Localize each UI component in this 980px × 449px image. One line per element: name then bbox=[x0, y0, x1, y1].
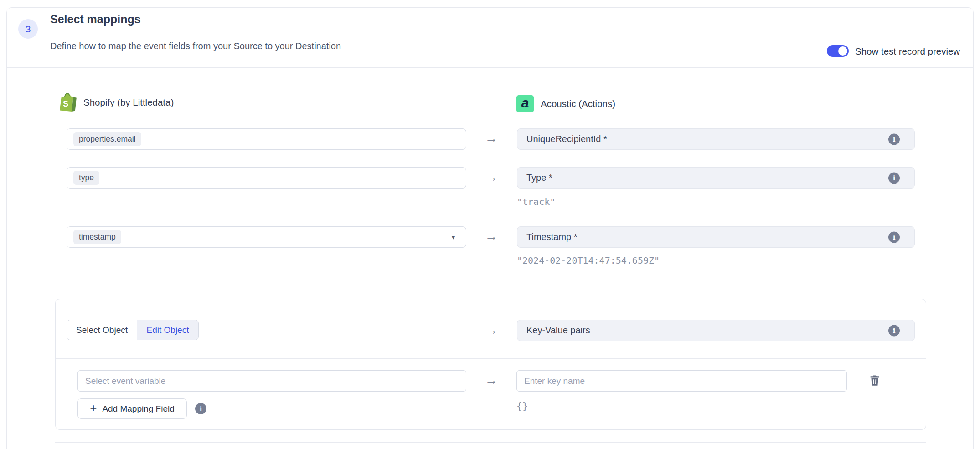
arrow-right-icon: → bbox=[483, 373, 500, 387]
source-field-timestamp[interactable]: timestamp ▾ bbox=[67, 226, 466, 248]
tab-edit-object[interactable]: Edit Object bbox=[137, 320, 198, 340]
svg-text:S: S bbox=[63, 99, 68, 108]
dest-field-type: Type * i bbox=[517, 167, 915, 189]
tab-select-object[interactable]: Select Object bbox=[67, 320, 137, 340]
key-name-input[interactable] bbox=[516, 370, 847, 392]
arrow-right-icon: → bbox=[483, 170, 500, 184]
object-mode-tabs: Select Object Edit Object bbox=[67, 320, 199, 340]
dest-field-key-value-pairs: Key-Value pairs i bbox=[517, 320, 915, 341]
dest-field-timestamp: Timestamp * i bbox=[517, 226, 915, 248]
trash-icon[interactable] bbox=[868, 374, 881, 387]
arrow-right-icon: → bbox=[483, 132, 500, 145]
arrow-right-icon: → bbox=[483, 323, 500, 337]
acoustic-a-icon: a bbox=[516, 95, 534, 112]
add-mapping-field-button[interactable]: + Add Mapping Field bbox=[77, 398, 187, 419]
object-card-divider bbox=[56, 358, 926, 359]
bottom-divider bbox=[55, 442, 926, 443]
info-icon[interactable]: i bbox=[888, 172, 900, 184]
page-subtitle: Define how to map the event fields from … bbox=[50, 41, 341, 51]
destination-header: a Acoustic (Actions) bbox=[516, 94, 615, 114]
test-record-preview-value: "track" bbox=[517, 196, 555, 207]
info-icon[interactable]: i bbox=[888, 325, 900, 336]
source-name: Shopify (by Littledata) bbox=[83, 97, 174, 108]
event-variable-input[interactable] bbox=[77, 370, 466, 392]
page-title: Select mappings bbox=[50, 13, 141, 26]
source-field-type[interactable]: type bbox=[67, 167, 466, 189]
dest-field-label: Timestamp * bbox=[526, 232, 578, 242]
dest-field-label: Key-Value pairs bbox=[526, 325, 590, 336]
show-test-record-toggle[interactable] bbox=[827, 45, 849, 57]
step-badge: 3 bbox=[18, 19, 38, 39]
source-field-properties-email[interactable]: properties.email bbox=[67, 128, 466, 150]
header-divider bbox=[7, 67, 973, 68]
plus-icon: + bbox=[90, 402, 97, 414]
test-record-preview-value: "2024-02-20T14:47:54.659Z" bbox=[517, 255, 660, 266]
dest-field-label: UniqueRecipientId * bbox=[526, 134, 607, 144]
dest-field-label: Type * bbox=[526, 173, 552, 183]
info-icon[interactable]: i bbox=[888, 133, 900, 145]
object-preview-value: {} bbox=[516, 401, 528, 412]
info-icon[interactable]: i bbox=[195, 403, 206, 414]
chevron-down-icon[interactable]: ▾ bbox=[452, 234, 455, 241]
toggle-knob-icon bbox=[838, 46, 847, 56]
info-icon[interactable]: i bbox=[888, 231, 900, 243]
dest-field-unique-recipient-id: UniqueRecipientId * i bbox=[517, 128, 915, 150]
source-header: S Shopify (by Littledata) bbox=[58, 92, 174, 112]
arrow-right-icon: → bbox=[483, 230, 500, 243]
field-chip[interactable]: timestamp bbox=[73, 230, 121, 245]
add-mapping-field-label: Add Mapping Field bbox=[102, 404, 174, 414]
destination-name: Acoustic (Actions) bbox=[541, 98, 615, 109]
section-divider bbox=[55, 286, 926, 286]
shopify-bag-icon: S bbox=[58, 92, 77, 112]
toggle-label: Show test record preview bbox=[855, 46, 960, 57]
field-chip[interactable]: properties.email bbox=[73, 132, 141, 147]
field-chip[interactable]: type bbox=[73, 171, 99, 185]
